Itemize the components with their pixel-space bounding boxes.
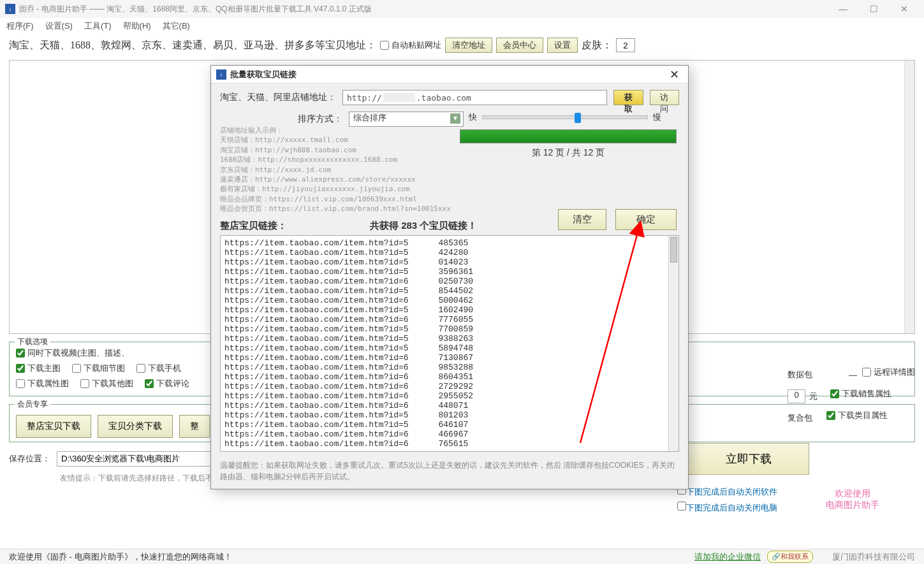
- shop-url-input[interactable]: http:// .taobao.com: [342, 90, 607, 105]
- batch-button[interactable]: 整: [179, 415, 210, 438]
- shop-download-button[interactable]: 整店宝贝下载: [16, 415, 91, 438]
- auto-close-options: 下图完成后自动关闭软件 下图完成后自动关闭电脑: [677, 486, 777, 514]
- close-button[interactable]: ✕: [895, 4, 914, 14]
- close-software-checkbox[interactable]: 下图完成后自动关闭软件: [677, 486, 777, 498]
- member-legend: 会员专享: [15, 399, 50, 410]
- download-main-img-checkbox[interactable]: 下载主图: [16, 363, 61, 374]
- menu-tools[interactable]: 工具(T): [84, 20, 112, 32]
- minimize-button[interactable]: —: [833, 4, 853, 14]
- links-text: https://item.taobao.com/item.htm?id=5 48…: [221, 236, 668, 451]
- datapack-label: 数据包: [788, 369, 812, 380]
- address-bar: 淘宝、天猫、1688、敦煌网、京东、速卖通、易贝、亚马逊、拼多多等宝贝地址： 自…: [0, 34, 924, 56]
- modal-close-button[interactable]: ✕: [666, 68, 683, 82]
- download-attr-img-checkbox[interactable]: 下载属性图: [16, 378, 69, 389]
- speed-slider[interactable]: [482, 115, 648, 119]
- sort-label: 排序方式：: [298, 113, 342, 125]
- links-count: 共获得 283 个宝贝链接！: [370, 220, 477, 232]
- titlebar: ↓ 固乔 - 电商图片助手 —— 淘宝、天猫、1688阿里、京东、QQ相册等图片…: [0, 0, 924, 18]
- progress-bar: [460, 129, 677, 143]
- slow-label: 慢: [653, 112, 661, 123]
- auto-paste-checkbox[interactable]: 自动粘贴网址: [380, 40, 441, 51]
- links-textarea[interactable]: https://item.taobao.com/item.htm?id=5 48…: [220, 235, 679, 452]
- remote-detail-checkbox[interactable]: 远程详情图: [862, 366, 915, 378]
- close-pc-checkbox[interactable]: 下图完成后自动关闭电脑: [677, 502, 777, 514]
- clear-address-button[interactable]: 清空地址: [445, 38, 492, 53]
- progress-section: 第 12 页 / 共 12 页: [460, 129, 677, 159]
- links-label: 整店宝贝链接：: [220, 220, 287, 232]
- menu-program[interactable]: 程序(F): [6, 20, 34, 32]
- download-options-legend: 下载选项: [15, 336, 50, 347]
- footer-welcome: 欢迎使用《固乔 - 电商图片助手》，快速打造您的网络商城！: [9, 551, 694, 563]
- menubar: 程序(F) 设置(S) 工具(T) 帮助(H) 其它(B): [0, 18, 924, 34]
- category-download-button[interactable]: 宝贝分类下载: [98, 415, 173, 438]
- footer-join-link[interactable]: 请加我的企业微信: [694, 551, 761, 563]
- slider-thumb[interactable]: [575, 113, 581, 123]
- download-review-checkbox[interactable]: 下载评论: [145, 378, 189, 389]
- modal-titlebar: ↓ 批量获取宝贝链接 ✕: [211, 66, 688, 83]
- download-other-img-checkbox[interactable]: 下载其他图: [80, 378, 133, 389]
- footer-company: 厦门固乔科技有限公司: [832, 551, 915, 563]
- address-label: 淘宝、天猫、1688、敦煌网、京东、速卖通、易贝、亚马逊、拼多多等宝贝地址：: [9, 39, 376, 52]
- confirm-button[interactable]: 确定: [615, 209, 677, 230]
- skin-label: 皮肤：: [582, 39, 612, 52]
- links-header-row: 整店宝贝链接： 共获得 283 个宝贝链接！: [220, 220, 477, 232]
- sale-attr-checkbox[interactable]: 下载销售属性: [830, 388, 891, 400]
- app-icon: ↓: [5, 4, 15, 14]
- maximize-button[interactable]: ☐: [864, 4, 883, 14]
- scrollbar-vertical[interactable]: [904, 61, 914, 333]
- menu-settings[interactable]: 设置(S): [45, 20, 73, 32]
- footer-contact-badge[interactable]: 🔗和我联系: [767, 551, 813, 563]
- progress-text: 第 12 页 / 共 12 页: [460, 147, 677, 159]
- fast-label: 快: [469, 112, 477, 123]
- batch-fetch-modal: ↓ 批量获取宝贝链接 ✕ 淘宝、天猫、阿里店铺地址： http:// .taob…: [210, 65, 689, 489]
- shop-url-label: 淘宝、天猫、阿里店铺地址：: [220, 92, 336, 103]
- download-video-checkbox[interactable]: 同时下载视频(主图、描述、: [16, 347, 129, 359]
- modal-hint: 温馨提醒您：如果获取网址失败，请多重试几次。重试5次以上还是失败的话，建议先关闭…: [220, 459, 679, 482]
- sort-select[interactable]: 综合排序: [349, 112, 464, 127]
- skin-input[interactable]: [616, 38, 635, 52]
- price-input[interactable]: 0: [788, 389, 805, 403]
- settings-button[interactable]: 设置: [547, 38, 578, 53]
- modal-action-buttons: 清空 确定: [558, 209, 677, 230]
- window-controls: — ☐ ✕: [833, 4, 919, 14]
- clear-links-button[interactable]: 清空: [558, 209, 606, 230]
- menu-help[interactable]: 帮助(H): [123, 20, 151, 32]
- links-scrollbar[interactable]: [668, 236, 678, 451]
- speed-slider-row: 快 慢: [469, 112, 679, 123]
- visit-button[interactable]: 访问: [650, 90, 679, 105]
- download-now-button[interactable]: 立即下载: [688, 443, 809, 475]
- download-detail-img-checkbox[interactable]: 下载细节图: [72, 363, 125, 374]
- download-mobile-checkbox[interactable]: 下载手机: [136, 363, 181, 374]
- member-center-button[interactable]: 会员中心: [496, 38, 543, 53]
- modal-title: 批量获取宝贝链接: [230, 69, 666, 80]
- modal-icon: ↓: [216, 69, 226, 80]
- blurred-shop-name: [383, 93, 415, 102]
- welcome-text: 欢迎使用 电商图片助手: [826, 488, 879, 511]
- menu-other[interactable]: 其它(B): [163, 20, 190, 32]
- titlebar-title: 固乔 - 电商图片助手 —— 淘宝、天猫、1688阿里、京东、QQ相册等图片批量…: [19, 4, 833, 15]
- modal-body: 淘宝、天猫、阿里店铺地址： http:// .taobao.com 获取 访问 …: [211, 83, 688, 221]
- footer: 欢迎使用《固乔 - 电商图片助手》，快速打造您的网络商城！ 请加我的企业微信 🔗…: [0, 549, 924, 564]
- save-label: 保存位置：: [9, 453, 50, 465]
- fetch-button[interactable]: 获取: [613, 90, 643, 105]
- unit-label: 元: [809, 391, 818, 402]
